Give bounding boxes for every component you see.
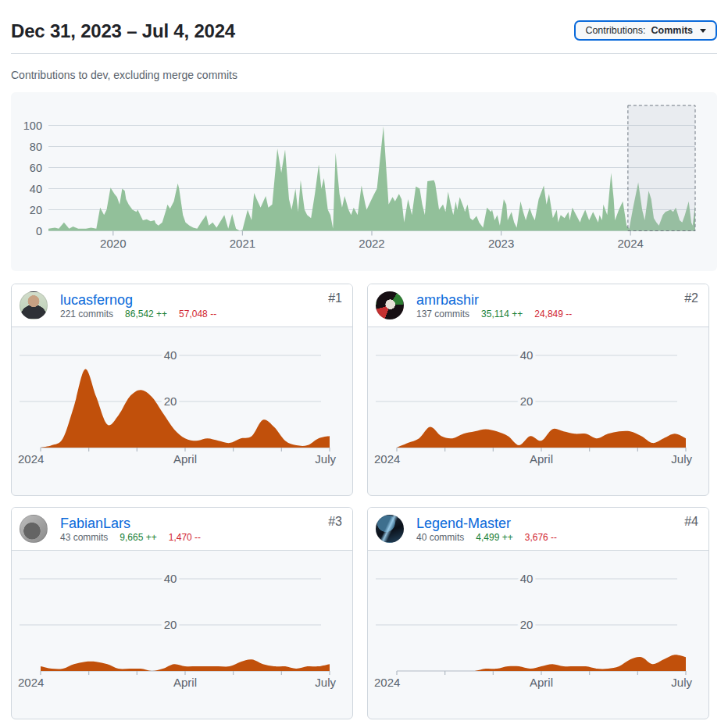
commits-area-series xyxy=(397,426,686,448)
y-axis-label: 20 xyxy=(30,204,42,216)
avatar[interactable] xyxy=(376,515,404,543)
contributor-sparkline-chart: 20402024AprilJuly xyxy=(12,551,352,719)
x-axis-label: 2020 xyxy=(100,237,126,250)
y-axis-label: 40 xyxy=(30,183,42,195)
avatar[interactable] xyxy=(376,291,404,319)
contributor-rank: #2 xyxy=(684,291,698,305)
selection-brush[interactable] xyxy=(628,105,695,231)
page-header: Dec 31, 2023 – Jul 4, 2024 Contributions… xyxy=(0,0,728,42)
y-axis-label: 100 xyxy=(23,120,42,132)
contributor-card-header: FabianLars 43 commits 9,665 ++ 1,470 -- … xyxy=(12,508,352,551)
avatar[interactable] xyxy=(20,291,48,319)
chevron-down-icon xyxy=(700,29,706,33)
deletions: 24,849 -- xyxy=(534,309,572,319)
y-axis-label: 60 xyxy=(30,162,42,174)
x-axis-label: July xyxy=(315,452,336,466)
commits-area-series xyxy=(41,369,330,448)
chart-subtitle: Contributions to dev, excluding merge co… xyxy=(11,69,717,81)
header-divider xyxy=(11,53,717,54)
contributor-card-header: Legend-Master 40 commits 4,499 ++ 3,676 … xyxy=(368,508,708,551)
contributor-name-link[interactable]: Legend-Master xyxy=(416,516,699,531)
filter-value: Commits xyxy=(651,25,693,36)
y-axis-label: 0 xyxy=(36,225,42,237)
deletions: 3,676 -- xyxy=(525,532,557,543)
y-axis-label: 40 xyxy=(520,348,534,362)
contributor-card: lucasfernog 221 commits 86,542 ++ 57,048… xyxy=(11,284,353,496)
additions: 4,499 ++ xyxy=(476,532,512,543)
x-axis-label: July xyxy=(315,676,336,689)
x-axis-label: July xyxy=(671,452,692,466)
contributor-sparkline-chart: 20402024AprilJuly xyxy=(12,327,352,495)
commit-count: 137 commits xyxy=(416,309,469,319)
y-axis-label: 20 xyxy=(520,618,534,631)
x-axis-label: 2022 xyxy=(359,237,384,250)
contributor-name-link[interactable]: lucasfernog xyxy=(60,292,343,308)
contributor-cards-grid: lucasfernog 221 commits 86,542 ++ 57,048… xyxy=(11,284,717,719)
contributor-name-link[interactable]: amrbashir xyxy=(416,292,699,308)
contributions-filter-button[interactable]: Contributions:Commits xyxy=(574,20,717,41)
contributor-name-link[interactable]: FabianLars xyxy=(60,516,343,531)
additions: 86,542 ++ xyxy=(125,309,167,319)
contributions-overview-chart[interactable]: 02040608010020202021202220232024 xyxy=(11,92,717,271)
y-axis-label: 20 xyxy=(164,394,177,408)
y-axis-label: 20 xyxy=(520,394,534,408)
x-axis-label: 2024 xyxy=(374,676,400,689)
commits-area-series xyxy=(48,127,695,231)
y-axis-label: 20 xyxy=(164,618,177,631)
deletions: 57,048 -- xyxy=(179,309,216,319)
y-axis-label: 40 xyxy=(164,348,177,362)
x-axis-label: April xyxy=(173,676,197,689)
x-axis-label: 2024 xyxy=(18,676,44,689)
x-axis-label: April xyxy=(530,452,553,466)
deletions: 1,470 -- xyxy=(169,532,201,543)
contributions-overview-panel: 02040608010020202021202220232024 xyxy=(11,92,717,271)
contributor-card: Legend-Master 40 commits 4,499 ++ 3,676 … xyxy=(367,507,709,719)
x-axis-label: July xyxy=(671,676,692,689)
x-axis-label: 2024 xyxy=(618,237,644,250)
commit-count: 40 commits xyxy=(416,532,464,543)
contributor-rank: #1 xyxy=(328,291,342,305)
contributor-card-header: amrbashir 137 commits 35,114 ++ 24,849 -… xyxy=(368,284,708,327)
commits-area-series xyxy=(397,655,686,671)
contributor-card-header: lucasfernog 221 commits 86,542 ++ 57,048… xyxy=(12,284,352,327)
filter-label: Contributions: xyxy=(585,25,645,36)
contributor-sparkline-chart: 20402024AprilJuly xyxy=(368,551,708,719)
contributor-card: FabianLars 43 commits 9,665 ++ 1,470 -- … xyxy=(11,507,353,719)
contributor-rank: #4 xyxy=(684,515,698,529)
avatar[interactable] xyxy=(20,515,48,543)
contributor-card: amrbashir 137 commits 35,114 ++ 24,849 -… xyxy=(367,284,709,496)
contributor-rank: #3 xyxy=(328,515,342,529)
y-axis-label: 40 xyxy=(164,572,177,585)
y-axis-label: 40 xyxy=(520,572,534,585)
commit-count: 221 commits xyxy=(60,309,113,319)
x-axis-label: 2024 xyxy=(374,452,400,466)
x-axis-label: 2024 xyxy=(18,452,44,466)
y-axis-label: 80 xyxy=(30,141,42,153)
x-axis-label: April xyxy=(530,676,553,689)
x-axis-label: 2023 xyxy=(488,237,514,250)
x-axis-label: 2021 xyxy=(230,237,255,250)
commit-count: 43 commits xyxy=(60,532,108,543)
commits-area-series xyxy=(41,659,330,671)
additions: 9,665 ++ xyxy=(120,532,156,543)
contributor-sparkline-chart: 20402024AprilJuly xyxy=(368,327,708,495)
x-axis-label: April xyxy=(173,452,197,466)
additions: 35,114 ++ xyxy=(481,309,523,319)
